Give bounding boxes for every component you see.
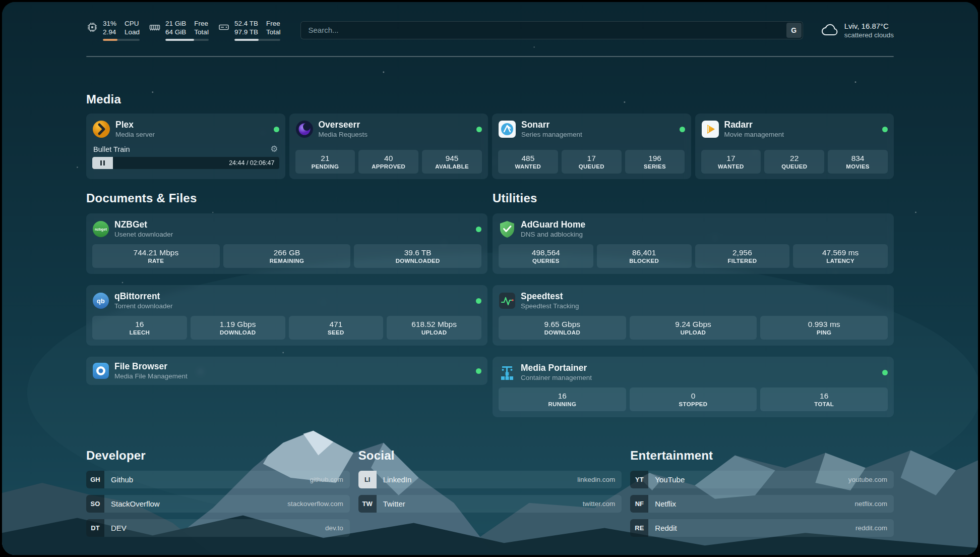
card-filebrowser[interactable]: File Browser Media File Management — [86, 357, 487, 385]
section-title-documents: Documents & Files — [86, 191, 487, 205]
app-name: File Browser — [114, 361, 188, 372]
stat-label: RATE — [148, 257, 164, 265]
stat-label: RUNNING — [548, 401, 576, 408]
search-bar: G — [300, 21, 803, 39]
stat-label: APPROVED — [372, 163, 405, 171]
card-nzbget[interactable]: nzbget NZBGet Usenet downloader 74 — [86, 213, 487, 274]
stat-value: 744.21 Mbps — [134, 248, 179, 257]
card-qbittorrent[interactable]: qb qBittorrent Torrent downloader — [86, 285, 487, 346]
card-overseerr[interactable]: Overseerr Media Requests 21 PENDING 40 A… — [289, 114, 488, 179]
stat-value: 16 — [558, 391, 567, 401]
card-sonarr[interactable]: Sonarr Series management 485 WANTED 17 Q… — [492, 114, 691, 179]
bookmark-dev[interactable]: DT DEV dev.to — [86, 519, 350, 537]
stat-label: BLOCKED — [629, 257, 659, 265]
adguard-icon — [499, 220, 516, 238]
storage-free-label: Free — [266, 19, 281, 28]
app-name: Plex — [115, 120, 155, 130]
bookmark-twitter[interactable]: TW Twitter twitter.com — [358, 495, 622, 513]
metric-cpu: 31% 2.94 CPU Load — [86, 19, 140, 41]
settings-gear-icon[interactable]: ⚙ — [270, 145, 278, 153]
stat-box: 471 SEED — [289, 316, 384, 340]
stat-value: 2,956 — [732, 248, 752, 257]
bookmark-linkedin[interactable]: LI LinkedIn linkedin.com — [358, 471, 622, 488]
qbittorrent-icon: qb — [92, 292, 109, 309]
app-subtitle: Torrent downloader — [114, 302, 173, 310]
stat-box: 834 MOVIES — [828, 150, 888, 174]
memory-total-value: 64 GiB — [165, 28, 186, 36]
storage-free-value: 52.4 TB — [234, 19, 258, 28]
search-engine-button[interactable]: G — [786, 23, 802, 38]
sonarr-icon — [498, 120, 516, 138]
app-name: Speedtest — [521, 291, 579, 302]
stat-box: 744.21 Mbps RATE — [92, 244, 220, 268]
stat-box: 21 PENDING — [295, 150, 355, 174]
metric-storage: 52.4 TB 97.9 TB Free Total — [218, 19, 281, 41]
stat-value: 22 — [790, 153, 799, 163]
netflix-icon: NF — [630, 495, 648, 513]
filebrowser-icon — [92, 362, 109, 379]
card-adguard[interactable]: AdGuard Home DNS and adblocking 498,564 … — [493, 213, 894, 274]
card-radarr[interactable]: Radarr Movie management 17 WANTED 22 QUE… — [695, 114, 894, 179]
bookmark-url: netflix.com — [854, 500, 887, 508]
card-portainer[interactable]: Media Portainer Container management 16 … — [493, 357, 894, 417]
memory-icon — [149, 21, 161, 41]
stat-label: SEED — [328, 329, 344, 337]
bookmarks-social: Social LI LinkedIn linkedin.com TW Twitt… — [358, 449, 622, 537]
cloud-icon — [820, 23, 839, 38]
card-speedtest[interactable]: Speedtest Speedtest Tracking 9.65 Gbps D… — [493, 285, 894, 346]
storage-progress-bar — [234, 39, 281, 41]
stat-value: 471 — [329, 319, 342, 329]
pause-button[interactable] — [92, 157, 113, 169]
system-metrics: 31% 2.94 CPU Load — [86, 19, 280, 41]
stat-value: 618.52 Mbps — [411, 319, 457, 329]
bookmark-url: twitter.com — [583, 500, 616, 508]
bookmark-stackoverflow[interactable]: SO StackOverflow stackoverflow.com — [86, 495, 350, 513]
search-input[interactable] — [300, 21, 803, 39]
section-utilities: Utilities — [493, 191, 894, 417]
stat-value: 1.19 Gbps — [220, 319, 256, 329]
app-name: Overseerr — [319, 120, 368, 130]
header-bar: 31% 2.94 CPU Load — [86, 2, 894, 41]
card-plex[interactable]: Plex Media server Bullet Train ⚙ 24:44 /… — [86, 114, 285, 179]
stat-value: 485 — [521, 153, 534, 163]
app-name: Media Portainer — [521, 363, 592, 373]
cpu-load-value: 2.94 — [103, 28, 116, 36]
storage-icon — [218, 21, 230, 41]
app-subtitle: Speedtest Tracking — [521, 302, 579, 310]
cpu-icon — [86, 21, 98, 41]
speedtest-icon — [499, 292, 516, 309]
stat-box: 16 LEECH — [92, 316, 187, 340]
stat-label: PING — [817, 329, 831, 337]
section-title-media: Media — [86, 92, 894, 106]
stat-box: 16 TOTAL — [760, 387, 888, 411]
app-name: Sonarr — [521, 120, 582, 130]
svg-text:nzbget: nzbget — [95, 227, 107, 232]
stat-label: TOTAL — [814, 401, 834, 408]
stat-box: 16 RUNNING — [499, 387, 626, 411]
stat-value: 498,564 — [532, 248, 560, 257]
status-dot — [680, 127, 685, 132]
bookmark-github[interactable]: GH Github github.com — [86, 471, 350, 488]
twitter-icon: TW — [358, 495, 377, 513]
bookmark-reddit[interactable]: RE Reddit reddit.com — [630, 519, 894, 537]
cpu-progress-fill — [103, 39, 117, 41]
app-subtitle: DNS and adblocking — [521, 230, 585, 239]
stat-label: UPLOAD — [421, 329, 447, 337]
stat-value: 834 — [851, 153, 865, 163]
bookmark-label: YouTube — [655, 475, 685, 484]
playback-seekbar[interactable]: 24:44 / 02:06:47 — [92, 157, 279, 169]
stat-box: 618.52 Mbps UPLOAD — [387, 316, 481, 340]
bookmark-youtube[interactable]: YT YouTube youtube.com — [630, 471, 894, 488]
storage-total-label: Total — [266, 28, 281, 36]
stat-label: FILTERED — [727, 257, 757, 265]
stat-label: DOWNLOAD — [544, 329, 580, 337]
status-dot — [882, 127, 888, 132]
bookmark-netflix[interactable]: NF Netflix netflix.com — [630, 495, 894, 513]
github-icon: GH — [86, 471, 104, 488]
bookmark-label: Github — [111, 475, 133, 484]
stat-label: UPLOAD — [681, 329, 706, 337]
stat-value: 0 — [691, 391, 696, 401]
bookmark-label: LinkedIn — [383, 475, 412, 484]
bookmark-url: youtube.com — [848, 476, 887, 483]
radarr-icon — [701, 120, 719, 138]
